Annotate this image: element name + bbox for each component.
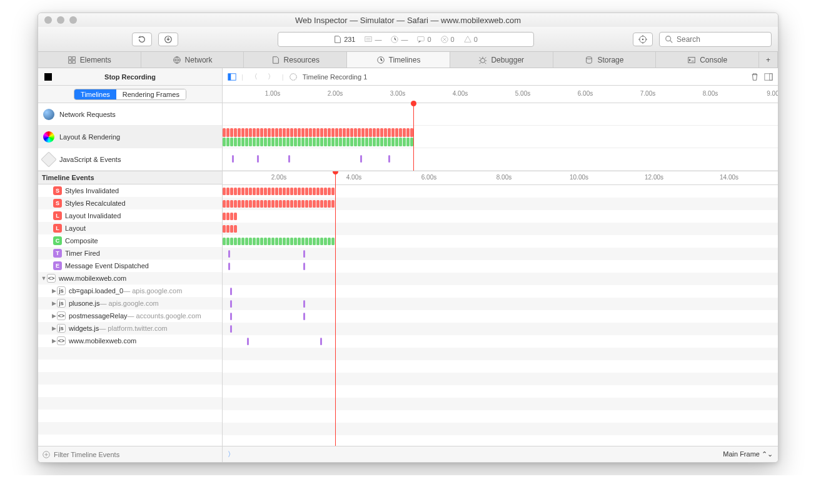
address-bar[interactable]: 231 — — 0 0 0 (278, 32, 534, 47)
playhead[interactable] (413, 103, 414, 171)
overview-ruler[interactable]: 1.00s2.00s3.00s4.00s5.00s6.00s7.00s8.00s… (223, 86, 778, 103)
event-data-row (223, 248, 778, 260)
event-row[interactable]: SStyles Recalculated (38, 197, 222, 209)
type-badge: S (53, 186, 62, 195)
event-data-row (223, 273, 778, 285)
disclosure-icon[interactable]: ▶ (51, 325, 57, 331)
event-data-row (223, 198, 778, 210)
segment-frames[interactable]: Rendering Frames (116, 89, 186, 99)
overview-js[interactable]: JavaScript & Events (38, 148, 222, 171)
event-row[interactable]: ▶jscb=gapi.loaded_0 — apis.google.com (38, 285, 222, 297)
event-label: plusone.js (69, 300, 100, 307)
toolbar: 231 — — 0 0 0 (38, 27, 778, 52)
type-badge: C (53, 236, 62, 245)
download-button[interactable] (158, 33, 178, 46)
event-row[interactable]: ▼<>www.mobilexweb.com (38, 272, 222, 285)
tab-timelines[interactable]: Timelines (347, 52, 450, 68)
overview-lanes[interactable] (223, 103, 778, 171)
stop-recording-button[interactable]: Stop Recording (38, 68, 222, 86)
disclosure-icon[interactable]: ▶ (51, 338, 57, 344)
reload-button[interactable] (132, 33, 152, 46)
overview-label: Network Requests (59, 111, 116, 118)
type-badge: S (53, 199, 62, 208)
event-label: Styles Recalculated (65, 199, 126, 207)
zoom-icon[interactable] (69, 16, 77, 24)
svg-rect-21 (770, 73, 772, 80)
event-data-row (223, 398, 778, 410)
type-badge: js (57, 324, 66, 333)
event-row[interactable]: ▶<>www.mobilexweb.com (38, 335, 222, 347)
event-row[interactable]: ▶<>postmessageRelay — accounts.google.co… (38, 310, 222, 322)
event-row[interactable]: CComposite (38, 234, 222, 247)
disclosure-icon[interactable]: ▶ (51, 313, 57, 319)
event-tree: SStyles InvalidatedSStyles RecalculatedL… (38, 184, 222, 446)
svg-rect-10 (73, 60, 75, 63)
event-label: Layout (65, 224, 86, 232)
svg-point-13 (481, 58, 485, 63)
nav-back[interactable]: 〈 (248, 72, 260, 81)
disclosure-icon[interactable]: ▼ (41, 275, 47, 281)
frame-selector[interactable]: Main Frame ⌃⌄ (723, 450, 773, 458)
tab-resources[interactable]: Resources (244, 52, 347, 68)
tab-storage[interactable]: Storage (553, 52, 657, 68)
sidebar-toggle-icon[interactable] (228, 73, 236, 81)
event-row[interactable]: EMessage Event Dispatched (38, 260, 222, 272)
event-source: — apis.google.com (100, 300, 159, 307)
type-badge: L (53, 224, 62, 233)
tab-elements[interactable]: Elements (38, 52, 141, 68)
overview-layout[interactable]: Layout & Rendering (38, 126, 222, 148)
event-data-row (223, 373, 778, 385)
disclosure-icon[interactable]: ▶ (51, 288, 57, 294)
type-badge: T (53, 249, 62, 258)
filter-input[interactable] (54, 451, 218, 458)
event-row[interactable]: SStyles Invalidated (38, 184, 222, 197)
event-row[interactable]: LLayout (38, 222, 222, 234)
scrubber[interactable] (335, 171, 336, 446)
svg-rect-20 (765, 73, 772, 80)
event-label: widgets.js (69, 325, 99, 332)
svg-point-14 (587, 56, 592, 59)
details-toggle-icon[interactable] (764, 73, 773, 81)
event-data-row (223, 435, 778, 446)
tab-network[interactable]: Network (141, 52, 244, 68)
disclosure-icon[interactable]: ▶ (51, 300, 57, 306)
event-row[interactable]: ▶jswidgets.js — platform.twitter.com (38, 322, 222, 335)
overview-network[interactable]: Network Requests (38, 103, 222, 126)
tab-debugger[interactable]: Debugger (450, 52, 553, 68)
event-data-row (223, 385, 778, 398)
svg-rect-9 (69, 60, 71, 63)
recording-title[interactable]: Timeline Recording 1 (303, 73, 368, 81)
search-input[interactable] (677, 35, 764, 44)
event-row[interactable]: TTimer Fired (38, 247, 222, 260)
close-icon[interactable] (44, 16, 52, 24)
events-header: Timeline Events (38, 171, 222, 184)
search-field[interactable] (659, 32, 772, 47)
warning-count: 0 (463, 35, 478, 44)
events-ruler[interactable]: 2.00s4.00s6.00s8.00s10.00s12.00s14.00s (223, 171, 778, 185)
minimize-icon[interactable] (57, 16, 64, 24)
event-label: postmessageRelay (69, 312, 128, 320)
event-row[interactable]: LLayout Invalidated (38, 209, 222, 222)
path-bar: | 〈 〉 | Timeline Recording 1 (223, 68, 778, 86)
overview-label: Layout & Rendering (59, 133, 120, 141)
event-data-row (223, 235, 778, 248)
tab-add[interactable]: + (759, 52, 778, 68)
trash-icon[interactable] (750, 73, 759, 81)
expand-icon[interactable]: 〉 (228, 450, 234, 459)
search-icon (665, 35, 673, 44)
titlebar: Web Inspector — Simulator — Safari — www… (38, 13, 778, 27)
event-row[interactable]: ▶jsplusone.js — apis.google.com (38, 297, 222, 310)
event-source: — apis.google.com (123, 287, 182, 295)
tab-console[interactable]: Console (656, 52, 759, 68)
nav-forward[interactable]: 〉 (265, 72, 277, 81)
clock-icon: — (390, 35, 408, 44)
svg-rect-7 (69, 56, 71, 59)
segment-timelines[interactable]: Timelines (74, 89, 116, 99)
events-rows[interactable] (223, 185, 778, 446)
overview-label: JavaScript & Events (59, 156, 121, 163)
svg-rect-8 (73, 56, 75, 59)
event-data-row (223, 360, 778, 373)
lane-network (223, 103, 778, 126)
event-data-row (223, 298, 778, 310)
inspect-button[interactable] (633, 33, 653, 46)
